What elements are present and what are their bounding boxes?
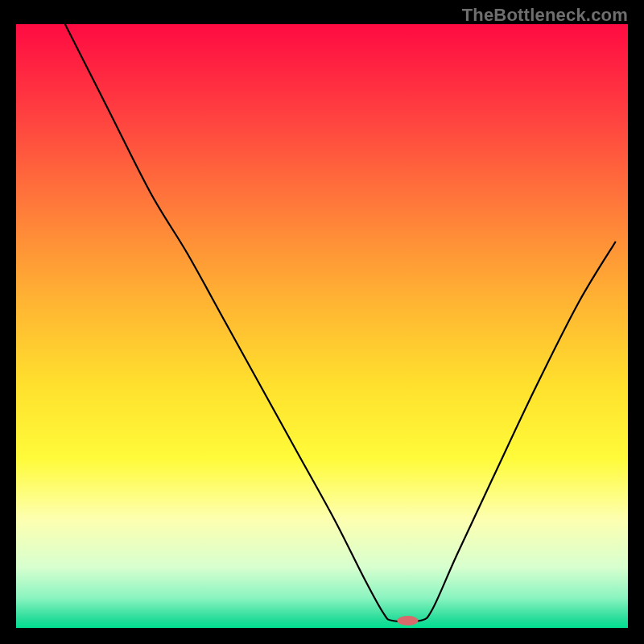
- chart-stage: TheBottleneck.com: [0, 0, 644, 644]
- chart-plot-area: [16, 24, 628, 628]
- bottleneck-chart-svg: [0, 0, 644, 644]
- watermark-label: TheBottleneck.com: [462, 5, 628, 26]
- optimal-point-marker: [397, 616, 418, 625]
